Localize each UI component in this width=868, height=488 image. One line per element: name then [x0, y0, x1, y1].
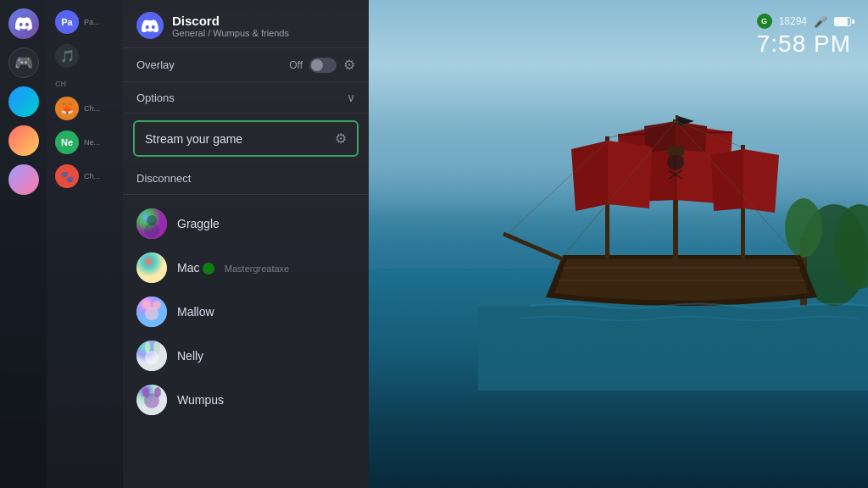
server-avatar-5[interactable] [8, 164, 39, 195]
clock-display: 7:58 PM [757, 30, 851, 58]
user-item-mac[interactable]: Mac Mastergreataxe [123, 246, 369, 290]
svg-point-27 [136, 252, 167, 283]
svg-point-13 [667, 153, 684, 170]
user-item-wumpus[interactable]: Wumpus [123, 378, 369, 422]
mid-avatar-5: 🐾 [55, 164, 79, 188]
server-avatar-4[interactable] [8, 125, 39, 156]
mid-avatar-2: 🎵 [55, 44, 79, 68]
svg-point-26 [144, 223, 159, 238]
channel-name: General / Wumpus & friends [172, 28, 289, 38]
discord-panel: Discord General / Wumpus & friends Overl… [123, 0, 369, 488]
xbox-g-icon: G [757, 14, 772, 29]
server-avatar-3[interactable] [8, 86, 39, 117]
disconnect-row: Disconnect [123, 164, 369, 195]
mid-item-1[interactable]: Pa Pa... [52, 7, 118, 37]
user-item-mallow[interactable]: Mallow [123, 290, 369, 334]
user-name-graggle: Graggle [177, 217, 220, 230]
mid-item-2[interactable]: 🎵 [52, 41, 118, 71]
mid-label-4: Ne... [84, 138, 100, 147]
mid-item-5[interactable]: 🐾 Ch... [52, 161, 118, 191]
user-avatar-mallow [136, 297, 167, 327]
overlay-row: Overlay Off ⚙ [123, 48, 369, 82]
overlay-toggle[interactable] [309, 58, 337, 73]
user-name-mac: Mac [177, 261, 203, 274]
discord-header-text: Discord General / Wumpus & friends [172, 14, 289, 38]
user-gametag-mac: Mastergreataxe [225, 263, 289, 274]
mid-avatar-1: Pa [55, 10, 79, 34]
user-item-graggle[interactable]: Graggle [123, 202, 369, 246]
mid-item-3[interactable]: 🦊 Ch... [52, 93, 118, 124]
stream-game-row[interactable]: Stream your game ⚙ [133, 120, 359, 157]
stream-settings-icon[interactable]: ⚙ [335, 130, 347, 147]
discord-header: Discord General / Wumpus & friends [123, 0, 369, 48]
user-avatar-nelly [136, 341, 167, 371]
mid-item-4[interactable]: Ne Ne... [52, 127, 118, 158]
sidebar-item-2[interactable]: 🎮 [0, 46, 47, 80]
mid-section-ch: CH [55, 80, 118, 88]
mic-icon: 🎤 [814, 15, 827, 28]
stream-game-label: Stream your game [145, 132, 242, 146]
sidebar-item-3[interactable] [0, 85, 47, 119]
xbox-score: 18294 [779, 15, 807, 27]
user-info-mac: Mac Mastergreataxe [177, 260, 289, 275]
options-label: Options [136, 92, 175, 104]
user-avatar-wumpus [136, 385, 167, 415]
svg-point-31 [145, 307, 159, 320]
user-avatar-graggle [136, 208, 167, 239]
svg-line-22 [504, 234, 563, 259]
user-item-nelly[interactable]: Nelly [123, 334, 369, 378]
svg-rect-1 [478, 306, 868, 391]
sidebar-left: 🎮 [0, 0, 47, 488]
hud-status-bar: G 18294 🎤 [757, 14, 851, 29]
sidebar-mid: Pa Pa... 🎵 CH 🦊 Ch... Ne Ne... 🐾 Ch... [47, 0, 123, 488]
mid-avatar-4: Ne [55, 130, 79, 154]
battery-icon [834, 17, 851, 26]
sidebar-item-5[interactable] [0, 163, 47, 197]
mid-avatar-3: 🦊 [55, 97, 79, 120]
xbox-icon-mac [203, 263, 214, 274]
mid-label-3: Ch... [84, 104, 100, 113]
hud-overlay: G 18294 🎤 7:58 PM [757, 14, 851, 58]
user-name-nelly: Nelly [177, 349, 203, 363]
options-row[interactable]: Options ∨ [123, 82, 369, 114]
overlay-right: Off ⚙ [289, 57, 355, 73]
server-avatar-1[interactable] [8, 8, 39, 39]
overlay-settings-icon[interactable]: ⚙ [343, 57, 355, 73]
chevron-down-icon: ∨ [347, 91, 355, 104]
users-list: Graggle Mac Mastergr [123, 195, 369, 488]
discord-logo [136, 12, 164, 39]
disconnect-label[interactable]: Disconnect [136, 172, 191, 185]
server-avatar-2[interactable]: 🎮 [8, 47, 39, 78]
user-name-mallow: Mallow [177, 305, 214, 319]
sidebar-item-4[interactable] [0, 124, 47, 158]
user-name-wumpus: Wumpus [177, 393, 224, 407]
mid-label-5: Ch... [84, 172, 100, 180]
svg-point-39 [144, 393, 159, 408]
toggle-knob [311, 59, 323, 71]
game-background [303, 0, 868, 488]
toggle-off-label: Off [289, 59, 303, 71]
app-name: Discord [172, 14, 289, 28]
overlay-label: Overlay [136, 58, 175, 71]
mid-label-1: Pa... [84, 18, 100, 26]
user-avatar-mac [136, 252, 167, 283]
svg-point-35 [145, 351, 159, 364]
svg-rect-21 [667, 147, 684, 155]
sidebar-item-1[interactable] [0, 7, 47, 41]
